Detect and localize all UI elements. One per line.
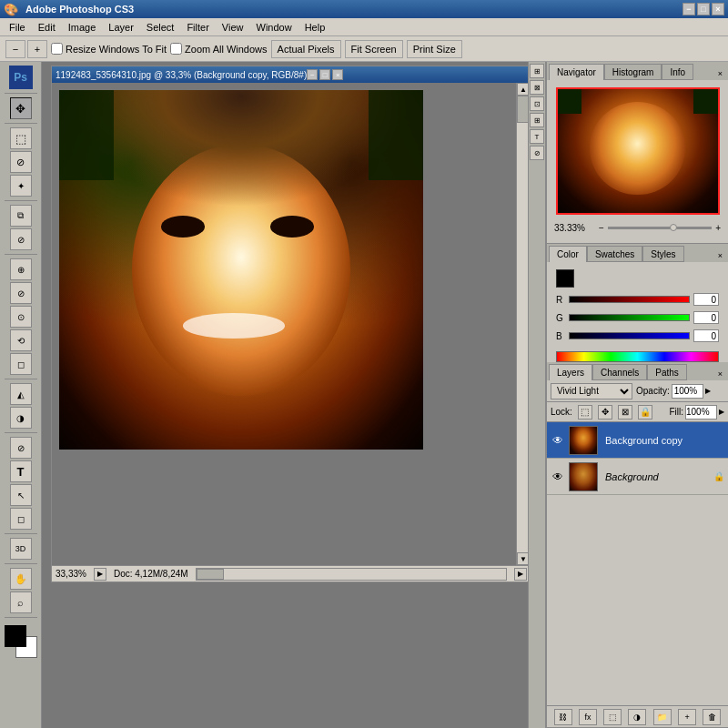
eyedropper-tool[interactable]: ⊘	[10, 228, 32, 250]
vt-btn-5[interactable]: T	[530, 129, 544, 144]
tab-layers[interactable]: Layers	[549, 364, 592, 380]
zoom-thumb[interactable]	[670, 224, 677, 231]
tab-info[interactable]: Info	[662, 64, 693, 80]
menu-view[interactable]: View	[217, 20, 249, 35]
layer-row-bg[interactable]: 👁 Background 🔒	[547, 459, 728, 495]
foreground-color[interactable]	[5, 625, 26, 647]
tab-styles[interactable]: Styles	[642, 246, 683, 262]
doc-minimize[interactable]: −	[307, 69, 318, 80]
b-input[interactable]: 0	[693, 329, 719, 342]
move-tool[interactable]: ✥	[10, 97, 32, 119]
lock-move[interactable]: ✥	[598, 405, 612, 420]
print-size-button[interactable]: Print Size	[407, 40, 462, 58]
zoom-out-button[interactable]: −	[5, 40, 25, 58]
menu-file[interactable]: File	[4, 20, 31, 35]
menu-filter[interactable]: Filter	[181, 20, 214, 35]
r-slider[interactable]	[569, 296, 690, 303]
spot-heal-tool[interactable]: ⊕	[10, 258, 32, 280]
menu-help[interactable]: Help	[299, 20, 331, 35]
layer-visibility-1[interactable]: 👁	[551, 433, 565, 448]
r-input[interactable]: 0	[693, 293, 719, 306]
scrollbar-horizontal[interactable]	[196, 568, 507, 581]
magic-wand-tool[interactable]: ✦	[10, 175, 32, 197]
color-spectrum[interactable]	[556, 351, 719, 362]
fg-swatch[interactable]	[556, 269, 574, 288]
resize-windows-option[interactable]: Resize Windows To Fit	[51, 43, 167, 55]
marquee-tool[interactable]: ⬚	[10, 127, 32, 149]
menu-edit[interactable]: Edit	[33, 20, 61, 35]
menu-select[interactable]: Select	[141, 20, 180, 35]
vt-btn-3[interactable]: ⊡	[530, 96, 544, 111]
vt-btn-1[interactable]: ⊞	[530, 64, 544, 78]
fit-screen-button[interactable]: Fit Screen	[345, 40, 403, 58]
close-button[interactable]: ×	[712, 3, 724, 15]
zoom-all-checkbox[interactable]	[170, 43, 182, 55]
layer-mask-btn[interactable]: ⬚	[603, 709, 622, 725]
tab-navigator[interactable]: Navigator	[549, 64, 604, 80]
tab-swatches[interactable]: Swatches	[587, 246, 642, 262]
lock-checker[interactable]: ⬚	[578, 405, 592, 420]
vt-btn-2[interactable]: ⊠	[530, 80, 544, 95]
layer-link-btn[interactable]: ⛓	[554, 709, 572, 725]
brush-tool[interactable]: ⊘	[10, 282, 32, 304]
maximize-button[interactable]: □	[697, 3, 710, 15]
vt-btn-6[interactable]: ⊘	[530, 146, 544, 160]
zoom-tool[interactable]: ⌕	[10, 592, 32, 613]
lock-all[interactable]: 🔒	[638, 405, 652, 420]
menu-layer[interactable]: Layer	[103, 20, 139, 35]
scroll-down-arrow[interactable]: ▼	[517, 552, 528, 565]
fill-input[interactable]	[685, 405, 717, 420]
actual-pixels-button[interactable]: Actual Pixels	[271, 40, 341, 58]
tab-histogram[interactable]: Histogram	[604, 64, 662, 80]
zoom-plus[interactable]: +	[715, 223, 721, 233]
lasso-tool[interactable]: ⊘	[10, 151, 32, 173]
zoom-in-button[interactable]: +	[27, 40, 47, 58]
shape-tool[interactable]: ◻	[10, 508, 32, 530]
zoom-all-option[interactable]: Zoom All Windows	[170, 43, 267, 55]
dodge-tool[interactable]: ◑	[10, 407, 32, 429]
3d-tool[interactable]: 3D	[10, 538, 32, 560]
opacity-arrow[interactable]: ▶	[705, 387, 711, 395]
layer-row-bg-copy[interactable]: 👁 Background copy	[547, 422, 728, 459]
scroll-h-thumb[interactable]	[197, 569, 224, 580]
clone-tool[interactable]: ⊙	[10, 306, 32, 328]
history-brush-tool[interactable]: ⟲	[10, 329, 32, 351]
layer-delete-btn[interactable]: 🗑	[703, 709, 721, 725]
tab-paths[interactable]: Paths	[647, 364, 687, 380]
crop-tool[interactable]: ⧉	[10, 205, 32, 227]
opacity-input[interactable]	[672, 384, 703, 399]
scrollbar-vertical[interactable]: ▲ ▼	[516, 83, 528, 565]
zoom-minus[interactable]: −	[599, 223, 604, 233]
path-select-tool[interactable]: ↖	[10, 484, 32, 506]
minimize-button[interactable]: −	[682, 3, 695, 15]
text-tool[interactable]: T	[10, 460, 32, 482]
vt-btn-4[interactable]: ⊞	[530, 113, 544, 127]
status-menu-btn[interactable]: ▶	[94, 568, 106, 581]
layer-visibility-2[interactable]: 👁	[551, 470, 565, 484]
navigator-close[interactable]: ×	[714, 67, 726, 80]
layers-close[interactable]: ×	[714, 368, 726, 380]
menu-image[interactable]: Image	[63, 20, 102, 35]
color-close[interactable]: ×	[714, 249, 726, 262]
layer-fx-btn[interactable]: fx	[579, 709, 597, 725]
layer-new-btn[interactable]: +	[678, 709, 696, 725]
doc-close[interactable]: ×	[332, 69, 343, 80]
scroll-up-arrow[interactable]: ▲	[517, 83, 528, 96]
eraser-tool[interactable]: ◻	[10, 353, 32, 375]
scroll-right-arrow[interactable]: ▶	[514, 568, 527, 581]
doc-maximize[interactable]: □	[319, 69, 330, 80]
lock-image[interactable]: ⊠	[618, 405, 632, 420]
tab-channels[interactable]: Channels	[592, 364, 647, 380]
layer-folder-btn[interactable]: 📁	[653, 709, 672, 725]
resize-windows-checkbox[interactable]	[51, 43, 63, 55]
b-slider[interactable]	[569, 332, 690, 339]
paint-bucket-tool[interactable]: ◭	[10, 383, 32, 405]
layer-adj-btn[interactable]: ◑	[628, 709, 646, 725]
g-slider[interactable]	[569, 314, 690, 321]
blend-mode-select[interactable]: Vivid Light	[551, 383, 632, 399]
menu-window[interactable]: Window	[251, 20, 298, 35]
fill-arrow[interactable]: ▶	[719, 408, 724, 416]
zoom-slider[interactable]	[608, 227, 712, 229]
pen-tool[interactable]: ⊘	[10, 437, 32, 459]
color-swatches[interactable]	[5, 625, 37, 658]
